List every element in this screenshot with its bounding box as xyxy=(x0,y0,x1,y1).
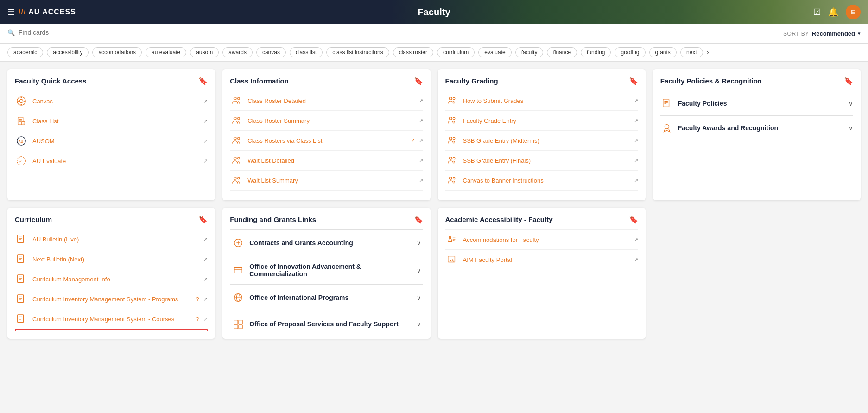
faculty-policies-accordion: Faculty Policies ∨ xyxy=(660,91,853,115)
svg-point-1 xyxy=(19,99,23,102)
next-bulletin-label[interactable]: Next Bulletin (Next) xyxy=(32,256,199,263)
tag-ausom[interactable]: ausom xyxy=(190,47,219,57)
tag-accessibility[interactable]: accessibility xyxy=(47,47,89,57)
list-item: ✓ AU Evaluate ↗ xyxy=(15,151,208,171)
tag-next[interactable]: next xyxy=(680,47,703,57)
submit-grades-label[interactable]: How to Submit Grades xyxy=(463,97,629,104)
faculty-policies-accordion-header[interactable]: Faculty Policies ∨ xyxy=(660,91,853,115)
tag-grants[interactable]: grants xyxy=(649,47,677,57)
innovation-chevron-icon: ∨ xyxy=(417,267,421,274)
external-link-icon: ↗ xyxy=(203,118,208,124)
external-link-icon: ↗ xyxy=(634,237,638,243)
canvas-label[interactable]: Canvas xyxy=(32,98,199,105)
funding-grants-card: Funding and Grants Links 🔖 Contracts and… xyxy=(222,208,430,339)
search-input[interactable] xyxy=(19,29,120,36)
accommodations-icon xyxy=(445,233,458,246)
bookmark-icon[interactable]: 🔖 xyxy=(198,215,208,224)
bookmark-icon[interactable]: 🔖 xyxy=(844,76,853,85)
class-roster-detailed-label[interactable]: Class Roster Detailed xyxy=(247,97,414,104)
tag-class-roster[interactable]: class roster xyxy=(393,47,433,57)
bookmark-icon[interactable]: 🔖 xyxy=(414,215,423,224)
hamburger-menu[interactable]: ☰ xyxy=(7,7,15,17)
list-item: Accommodations for Faculty ↗ xyxy=(445,229,638,249)
help-icon[interactable]: ? xyxy=(411,138,414,143)
svg-point-3 xyxy=(21,104,22,105)
bookmark-icon[interactable]: 🔖 xyxy=(629,76,638,85)
contracts-accordion-header[interactable]: Contracts and Grants Accounting ∨ xyxy=(230,230,423,256)
sort-value[interactable]: Recommended xyxy=(812,30,855,37)
tag-finance[interactable]: finance xyxy=(547,47,577,57)
bell-icon[interactable]: 🔔 xyxy=(828,7,838,17)
svg-rect-65 xyxy=(18,315,24,323)
class-rosters-classlist-label[interactable]: Class Rosters via Class List xyxy=(247,137,405,144)
class-information-scroll[interactable]: Class Roster Detailed ↗ Class Roster Sum… xyxy=(230,91,423,193)
academic-accessibility-title: Academic Accessibility - Faculty xyxy=(445,216,553,223)
external-link-icon: ↗ xyxy=(634,98,638,104)
faculty-grade-entry-label[interactable]: Faculty Grade Entry xyxy=(463,117,629,124)
aim-portal-label[interactable]: AIM Faculty Portal xyxy=(463,256,629,263)
innovation-accordion-header[interactable]: Office of Innovation Advancement & Comme… xyxy=(230,256,423,284)
tag-accomodations[interactable]: accomodations xyxy=(92,47,142,57)
international-accordion: Office of International Programs ∨ xyxy=(230,284,423,311)
help-icon[interactable]: ? xyxy=(196,296,199,302)
au-bulletin-live-label[interactable]: AU Bulletin (Live) xyxy=(32,236,199,243)
list-item: Class Rosters via Class List ? ↗ xyxy=(230,130,423,150)
wait-list-summary-label[interactable]: Wait List Summary xyxy=(247,177,414,184)
roster-icon xyxy=(230,94,243,107)
tag-grading[interactable]: grading xyxy=(615,47,645,57)
tag-evaluate[interactable]: evaluate xyxy=(478,47,511,57)
international-accordion-header[interactable]: Office of International Programs ∨ xyxy=(230,285,423,311)
sort-chevron-icon[interactable]: ▾ xyxy=(858,31,861,37)
accommodations-label[interactable]: Accommodations for Faculty xyxy=(463,236,629,243)
au-evaluate-label[interactable]: AU Evaluate xyxy=(32,158,199,165)
tag-awards[interactable]: awards xyxy=(222,47,253,57)
class-list-label[interactable]: Class List xyxy=(32,118,199,125)
list-item: Next Bulletin (Next) ↗ xyxy=(15,249,208,269)
list-item: Curriculum Inventory Management System -… xyxy=(15,289,208,309)
proposal-accordion-header[interactable]: Office of Proposal Services and Faculty … xyxy=(230,311,423,331)
submit-grades-icon xyxy=(445,94,458,107)
main-content: Faculty Quick Access 🔖 Canvas ↗ xyxy=(0,62,868,346)
tag-academic[interactable]: academic xyxy=(7,47,43,57)
tag-class-list-instructions[interactable]: class list instructions xyxy=(326,47,389,57)
external-link-icon: ↗ xyxy=(203,256,208,262)
svg-point-34 xyxy=(449,137,452,140)
ssb-finals-label[interactable]: SSB Grade Entry (Finals) xyxy=(463,157,629,164)
curriculum-scroll[interactable]: AU Bulletin (Live) ↗ Next Bulletin (Next… xyxy=(15,229,208,331)
avatar[interactable]: E xyxy=(846,5,861,19)
svg-point-17 xyxy=(238,97,240,100)
tag-au-evaluate[interactable]: au evaluate xyxy=(146,47,186,57)
help-icon[interactable]: ? xyxy=(196,316,199,322)
tag-funding[interactable]: funding xyxy=(581,47,611,57)
ssb-midterms-label[interactable]: SSB Grade Entry (Midterms) xyxy=(463,137,629,144)
tag-class-list[interactable]: class list xyxy=(290,47,323,57)
bookmark-filled-icon[interactable]: 🔖 xyxy=(629,215,638,224)
svg-rect-49 xyxy=(18,235,24,242)
cims-programs-label[interactable]: Curriculum Inventory Management System -… xyxy=(32,296,190,303)
canvas-banner-label[interactable]: Canvas to Banner Instructions xyxy=(463,177,629,184)
funding-grants-scroll[interactable]: Contracts and Grants Accounting ∨ xyxy=(230,229,423,331)
awards-icon xyxy=(660,121,673,134)
bookmark-icon[interactable]: 🔖 xyxy=(198,76,208,85)
svg-point-22 xyxy=(234,157,237,160)
cims-courses-label[interactable]: Curriculum Inventory Management System -… xyxy=(32,316,190,323)
class-roster-summary-label[interactable]: Class Roster Summary xyxy=(247,117,414,124)
international-icon xyxy=(232,291,245,304)
bookmark-icon[interactable]: 🔖 xyxy=(414,76,423,85)
cims-courses-icon xyxy=(15,312,28,325)
tags-more-icon[interactable]: › xyxy=(707,48,709,57)
faculty-policies-chevron-icon: ∨ xyxy=(849,100,853,107)
checklist-icon[interactable]: ☑ xyxy=(813,7,821,17)
curriculum-mgmt-label[interactable]: Curriculum Management Info xyxy=(32,276,199,283)
tag-faculty[interactable]: faculty xyxy=(515,47,544,57)
tag-canvas[interactable]: canvas xyxy=(256,47,286,57)
faculty-grading-scroll[interactable]: How to Submit Grades ↗ Faculty Grade Ent… xyxy=(445,91,638,193)
svg-point-25 xyxy=(238,177,240,179)
schedule-of-courses-item: Schedule of Courses ? ↗ xyxy=(15,329,208,331)
proposal-accordion: Office of Proposal Services and Faculty … xyxy=(230,311,423,331)
svg-rect-74 xyxy=(234,268,242,273)
wait-list-detailed-label[interactable]: Wait List Detailed xyxy=(247,157,414,164)
ausom-label[interactable]: AUSOM xyxy=(32,138,199,145)
tag-curriculum[interactable]: curriculum xyxy=(437,47,475,57)
faculty-awards-accordion-header[interactable]: Faculty Awards and Recognition ∨ xyxy=(660,116,853,140)
